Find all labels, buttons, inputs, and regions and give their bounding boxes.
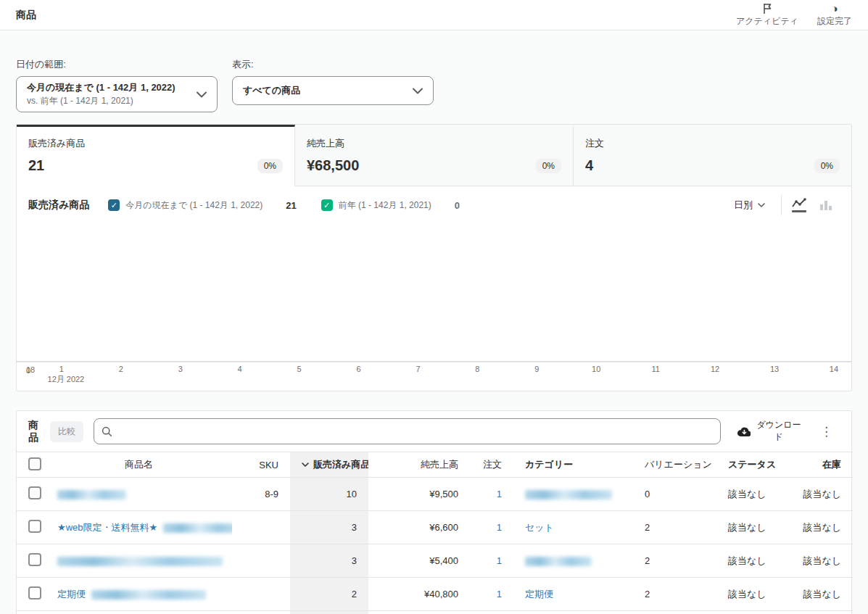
activity-button[interactable]: アクティビティ [736, 3, 798, 28]
selected-indicator [792, 210, 806, 212]
svg-text:5: 5 [297, 365, 302, 373]
search-box[interactable] [94, 418, 721, 444]
status-value: 該当なし [716, 478, 789, 511]
table-toolbar: 商品 比較 ダウンロード ⋮ [17, 411, 851, 452]
sold-products-value: 21 [28, 157, 44, 174]
orders-link[interactable]: 1 [497, 555, 502, 566]
svg-text:10: 10 [592, 365, 600, 373]
status-value: 該当なし [716, 544, 789, 578]
svg-text:13: 13 [770, 365, 779, 373]
orders-link[interactable]: 1 [497, 522, 502, 533]
select-all-checkbox[interactable] [28, 457, 41, 470]
view-value: すべての商品 [243, 84, 300, 97]
row-checkbox[interactable] [28, 553, 41, 566]
sku-value [232, 511, 290, 544]
kebab-menu-icon[interactable]: ⋮ [813, 424, 840, 439]
column-header-sku[interactable]: SKU [232, 452, 290, 478]
activity-label: アクティビティ [736, 15, 798, 28]
setup-label: 設定完了 [817, 15, 852, 28]
products-table: 商品名 SKU 販売済み商品 純売上高 注文 カテゴリー バリエーション ステー… [17, 452, 853, 614]
svg-text:8: 8 [475, 365, 479, 373]
sku-value [232, 578, 290, 611]
search-icon [102, 426, 112, 437]
date-range-select[interactable]: 今月の現在まで (1 - 142月 1, 2022) vs. 前年 (1 - 1… [16, 76, 218, 112]
svg-text:3: 3 [178, 365, 183, 373]
redacted-category[interactable] [525, 557, 592, 566]
column-header-status[interactable]: ステータス [716, 452, 789, 478]
table-row: 定期便 2 ¥40,800 1 定期便 2 該当なし 該当なし [17, 578, 853, 611]
stock-value: 該当なし [789, 611, 853, 614]
download-button[interactable]: ダウンロード [737, 420, 803, 442]
checkbox-checked-icon: ✓ [321, 199, 333, 211]
chevron-down-icon [197, 89, 207, 100]
row-checkbox[interactable] [28, 520, 41, 533]
net-sales-change-badge: 0% [536, 159, 561, 173]
status-value: 該当なし [716, 511, 789, 544]
compare-button[interactable]: 比較 [50, 421, 83, 442]
table-row: 3 ¥5,400 1 2 該当なし 該当なし [17, 544, 853, 578]
view-select[interactable]: すべての商品 [232, 76, 434, 105]
product-name-link[interactable]: 定期便 [57, 589, 86, 600]
category-link[interactable]: 定期便 [525, 589, 553, 600]
previous-period-toggle[interactable]: ✓ 前年 (1 - 142月 1, 2021) 0 [321, 199, 463, 212]
sku-value [232, 544, 290, 578]
granularity-select[interactable]: 日別 [721, 199, 778, 212]
column-header-orders[interactable]: 注文 [470, 452, 513, 478]
current-period-toggle[interactable]: ✓ 今月の現在まで (1 - 142月 1, 2022) 21 [108, 199, 299, 212]
svg-text:4: 4 [238, 365, 242, 373]
orders-value: 4 [585, 157, 593, 174]
status-value: 該当なし [716, 611, 789, 614]
table-title: 商品 [28, 419, 40, 444]
table-row: ★web限定・送料無料★ 3 ¥6,600 1 セット 2 該当なし 該当なし [17, 511, 853, 544]
product-name-link[interactable]: ★web限定・送料無料★ [57, 522, 157, 533]
svg-text:7: 7 [416, 365, 420, 373]
tab-net-sales[interactable]: 純売上高 ¥68,500 0% [295, 125, 574, 186]
net-sales-value: ¥4,200 [368, 611, 470, 614]
current-period-total: 21 [286, 200, 296, 211]
column-header-sold[interactable]: 販売済み商品 [290, 452, 368, 478]
net-sales-value: ¥68,500 [307, 157, 359, 174]
variations-value: 2 [633, 578, 716, 611]
sales-line-chart: 061218123456789101112131412月 2022 [17, 224, 851, 385]
orders-link[interactable]: 1 [497, 489, 502, 499]
row-checkbox[interactable] [28, 486, 41, 499]
svg-text:18: 18 [26, 365, 35, 374]
orders-link[interactable]: 1 [497, 589, 502, 600]
column-header-variations[interactable]: バリエーション [633, 452, 716, 478]
svg-text:2: 2 [119, 365, 123, 373]
sold-value: 3 [290, 544, 368, 578]
stock-value: 該当なし [789, 511, 853, 544]
stock-value: 該当なし [789, 544, 853, 578]
category-link[interactable]: セット [525, 522, 554, 533]
line-chart-toggle[interactable] [792, 198, 806, 212]
search-input[interactable] [118, 426, 713, 437]
column-header-stock[interactable]: 在庫 [789, 452, 853, 478]
flag-icon [762, 3, 773, 14]
tab-sold-products[interactable]: 販売済み商品 21 0% [17, 125, 295, 186]
row-checkbox[interactable] [28, 586, 41, 600]
net-sales-value: ¥9,500 [368, 478, 470, 511]
column-header-net-sales[interactable]: 純売上高 [368, 452, 470, 478]
filter-bar: 日付の範囲: 今月の現在まで (1 - 142月 1, 2022) vs. 前年… [16, 30, 852, 124]
products-table-card: 商品 比較 ダウンロード ⋮ 商品名 SKU 販売済み商品 純売上高 注文 [16, 410, 852, 614]
redacted-product-name[interactable] [57, 557, 223, 566]
tab-orders[interactable]: 注文 4 0% [574, 125, 851, 186]
redacted-product-name[interactable] [163, 523, 232, 533]
column-header-name[interactable]: 商品名 [46, 452, 232, 478]
svg-text:11: 11 [651, 365, 659, 373]
chevron-down-icon [413, 86, 423, 96]
chevron-down-icon [758, 203, 765, 208]
redacted-product-name[interactable] [57, 490, 126, 499]
svg-text:12月 2022: 12月 2022 [48, 375, 85, 383]
status-value: 該当なし [716, 578, 789, 611]
date-range-filter: 日付の範囲: 今月の現在まで (1 - 142月 1, 2022) vs. 前年… [16, 58, 218, 112]
previous-period-total: 0 [455, 200, 460, 211]
column-header-category[interactable]: カテゴリー [513, 452, 633, 478]
bar-chart-toggle[interactable] [819, 200, 832, 210]
sort-descending-icon [302, 459, 309, 470]
setup-complete-button[interactable]: ◑ 設定完了 [817, 3, 852, 28]
redacted-category[interactable] [525, 490, 612, 499]
cloud-download-icon [737, 426, 751, 437]
redacted-product-name[interactable] [91, 590, 206, 600]
table-row: 8-9 10 ¥9,500 1 0 該当なし 該当なし [17, 478, 853, 511]
